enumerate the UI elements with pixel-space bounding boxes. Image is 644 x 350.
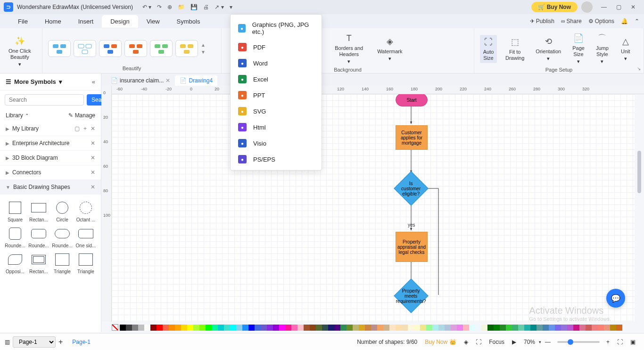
page-size-button[interactable]: 📄Page Size ▾ <box>570 31 587 67</box>
color-swatch[interactable] <box>291 325 297 331</box>
color-swatch[interactable] <box>555 325 561 331</box>
menu-file[interactable]: File <box>9 15 36 28</box>
orientation-button[interactable]: ⟲Orientation ▾ <box>533 34 564 64</box>
color-swatch[interactable] <box>432 325 438 331</box>
export-item-ps-eps[interactable]: ●PS/EPS <box>231 151 322 167</box>
color-swatch[interactable] <box>567 325 573 331</box>
page-panel-icon[interactable]: ▥ <box>5 339 10 345</box>
flow-decision-property[interactable]: Property meets requirements? <box>394 278 429 313</box>
color-swatch[interactable] <box>445 325 451 331</box>
color-swatch[interactable] <box>236 325 242 331</box>
unit-button[interactable]: △Unit ▾ <box>617 34 634 64</box>
print-button[interactable]: 🖨 <box>203 4 209 10</box>
color-swatch[interactable] <box>377 325 383 331</box>
more-qat-button[interactable]: ▾ <box>230 4 232 10</box>
page-setup-launcher[interactable]: ↘ <box>637 66 641 71</box>
zoom-in-button[interactable]: + <box>606 339 610 345</box>
color-swatch[interactable] <box>248 325 255 331</box>
open-button[interactable]: 📁 <box>178 4 185 10</box>
color-swatch[interactable] <box>402 325 408 331</box>
color-swatch[interactable] <box>224 325 230 331</box>
color-swatch[interactable] <box>126 325 132 331</box>
shape-circle[interactable]: Circle <box>52 199 73 222</box>
color-swatch[interactable] <box>175 325 181 331</box>
theme-preset-6[interactable] <box>175 40 198 57</box>
sidebar-dropdown-icon[interactable]: ▾ <box>59 78 62 85</box>
fit-drawing-button[interactable]: ⬚Fit to Drawing <box>503 35 527 63</box>
flow-step-appraisal[interactable]: Property appraisal and legal checks <box>396 232 428 262</box>
focus-button[interactable]: Focus <box>489 339 504 345</box>
presentation-icon[interactable]: ▶ <box>512 339 516 345</box>
library-section-my-library[interactable]: ▶My Library▢+✕ <box>0 122 101 136</box>
color-swatch[interactable] <box>340 325 347 331</box>
watermark-button[interactable]: ◈Watermark ▾ <box>374 34 405 64</box>
theme-preset-3[interactable] <box>99 40 122 57</box>
menu-symbols[interactable]: Symbols <box>168 15 209 28</box>
current-page-label[interactable]: Page-1 <box>72 339 91 345</box>
library-collapse-icon[interactable]: ⌃ <box>25 113 29 118</box>
shape-rounde[interactable]: Rounde... <box>5 225 25 248</box>
color-swatch[interactable] <box>120 325 126 331</box>
save-button[interactable]: 💾 <box>190 4 198 10</box>
options-link[interactable]: ⚙ Options <box>588 18 614 24</box>
menu-view[interactable]: View <box>138 15 168 28</box>
color-swatch[interactable] <box>475 325 481 331</box>
color-swatch[interactable] <box>365 325 371 331</box>
color-swatch[interactable] <box>481 325 487 331</box>
color-swatch[interactable] <box>512 325 518 331</box>
export-item-svg[interactable]: ●SVG <box>231 103 322 119</box>
theme-preset-2[interactable] <box>74 40 96 57</box>
doc-tab-insurance[interactable]: 📄insurance claim...✕ <box>106 75 175 86</box>
export-item-word[interactable]: ●Word <box>231 55 322 71</box>
color-swatch[interactable] <box>310 325 316 331</box>
color-swatch[interactable] <box>610 325 616 331</box>
library-section-3d-block-diagram[interactable]: ▶3D Block Diagram✕ <box>0 151 101 165</box>
menu-design[interactable]: Design <box>102 15 138 28</box>
no-fill-swatch[interactable] <box>112 324 118 331</box>
remove-section-icon[interactable]: ✕ <box>91 155 95 161</box>
add-section-icon[interactable]: + <box>83 125 87 132</box>
theme-preset-5[interactable] <box>150 40 173 57</box>
undo-button[interactable]: ↶ ▾ <box>142 4 151 10</box>
export-item-ppt[interactable]: ●PPT <box>231 87 322 103</box>
shape-triangle[interactable]: Triangle <box>75 251 96 274</box>
color-swatch[interactable] <box>549 325 555 331</box>
color-swatch[interactable] <box>334 325 340 331</box>
theme-preset-4[interactable] <box>124 40 147 57</box>
color-swatch[interactable] <box>598 325 604 331</box>
export-item-visio[interactable]: ●Visio <box>231 135 322 151</box>
fit-page-icon[interactable]: ⛶ <box>617 339 623 345</box>
export-item-html[interactable]: ●Html <box>231 119 322 135</box>
vertical-scrollbar[interactable] <box>637 94 642 322</box>
zoom-slider[interactable] <box>557 341 600 343</box>
color-swatch[interactable] <box>494 325 500 331</box>
user-avatar[interactable] <box>581 1 593 13</box>
color-swatch[interactable] <box>328 325 334 331</box>
color-swatch[interactable] <box>371 325 377 331</box>
color-swatch[interactable] <box>322 325 328 331</box>
color-swatch[interactable] <box>420 325 426 331</box>
export-item-excel[interactable]: ●Excel <box>231 71 322 87</box>
symbol-search-input[interactable] <box>5 94 84 106</box>
color-swatch[interactable] <box>537 325 543 331</box>
theme-preset-1[interactable] <box>48 40 71 57</box>
remove-section-icon[interactable]: ✕ <box>91 140 95 147</box>
color-swatch[interactable] <box>279 325 285 331</box>
color-swatch[interactable] <box>212 325 218 331</box>
color-swatch[interactable] <box>297 325 304 331</box>
color-swatch[interactable] <box>163 325 169 331</box>
minimize-button[interactable]: — <box>596 4 611 10</box>
flow-step-apply[interactable]: Customer applies for mortgage <box>396 125 428 150</box>
color-swatch[interactable] <box>579 325 586 331</box>
flow-start[interactable]: Start <box>396 94 428 106</box>
zoom-level[interactable]: 70% <box>524 339 535 345</box>
theme-scroll-up[interactable]: ▲ <box>201 42 206 48</box>
jump-style-button[interactable]: ⌒Jump Style ▾ <box>593 31 611 67</box>
export-button[interactable]: ↗ ▾ <box>215 4 223 10</box>
shape-triangle[interactable]: Triangle <box>52 251 73 274</box>
color-swatch[interactable] <box>561 325 567 331</box>
redo-button[interactable]: ↷ <box>157 4 162 10</box>
color-swatch[interactable] <box>359 325 365 331</box>
color-swatch[interactable] <box>487 325 494 331</box>
shape-octant[interactable]: Octant ... <box>75 199 96 222</box>
